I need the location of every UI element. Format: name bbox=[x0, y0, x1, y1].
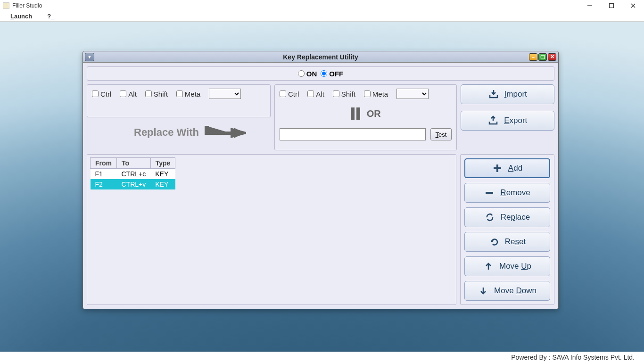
on-off-panel: ON OFF bbox=[87, 66, 554, 81]
refresh-icon bbox=[485, 212, 495, 222]
col-from[interactable]: From bbox=[91, 158, 117, 169]
test-button[interactable]: Test bbox=[430, 128, 452, 140]
to-alt-checkbox[interactable]: Alt bbox=[307, 90, 324, 98]
arrow-right-icon bbox=[204, 123, 246, 142]
radio-on[interactable]: ON bbox=[298, 70, 317, 78]
remove-button[interactable]: Remove bbox=[464, 183, 550, 203]
test-input[interactable] bbox=[280, 128, 426, 140]
replace-with-label: Replace With bbox=[134, 123, 271, 142]
dialog-title: Key Replacement Utility bbox=[83, 53, 558, 61]
replace-button[interactable]: Replace bbox=[464, 207, 550, 227]
col-type[interactable]: Type bbox=[150, 158, 175, 169]
export-button[interactable]: Export bbox=[461, 111, 554, 131]
to-key-select[interactable] bbox=[396, 89, 429, 99]
from-modifiers-panel: Ctrl Alt Shift Meta bbox=[87, 84, 271, 117]
mappings-table[interactable]: From To Type F1CTRL+cKEYF2CTRL+vKEY bbox=[90, 157, 175, 189]
or-separator: OR bbox=[280, 107, 452, 120]
window-title: Filler Studio bbox=[12, 2, 42, 9]
menu-launch[interactable]: Launch bbox=[10, 13, 32, 20]
dialog-maximize-button[interactable]: ▢ bbox=[538, 53, 547, 61]
svg-rect-1 bbox=[610, 4, 614, 8]
from-alt-checkbox[interactable]: Alt bbox=[120, 90, 137, 98]
move-up-button[interactable]: Move Up bbox=[464, 256, 550, 276]
from-shift-checkbox[interactable]: Shift bbox=[145, 90, 168, 98]
reset-button[interactable]: Reset bbox=[464, 232, 550, 252]
to-meta-checkbox[interactable]: Meta bbox=[364, 90, 388, 98]
desktop-area: ▼ Key Replacement Utility – ▢ ✕ ON OFF C… bbox=[0, 22, 644, 352]
status-bar: Powered By : SAVA Info Systems Pvt. Ltd. bbox=[0, 352, 644, 362]
from-key-select[interactable] bbox=[209, 89, 241, 99]
dialog-titlebar[interactable]: ▼ Key Replacement Utility – ▢ ✕ bbox=[83, 51, 558, 63]
export-icon bbox=[488, 115, 498, 126]
minus-icon bbox=[484, 188, 495, 198]
to-ctrl-checkbox[interactable]: Ctrl bbox=[280, 90, 299, 98]
move-down-button[interactable]: Move Down bbox=[464, 281, 550, 301]
arrow-up-icon bbox=[483, 261, 494, 272]
table-row[interactable]: F1CTRL+cKEY bbox=[91, 169, 175, 180]
dialog-minimize-button[interactable]: – bbox=[529, 53, 537, 61]
to-shift-checkbox[interactable]: Shift bbox=[333, 90, 355, 98]
maximize-button[interactable] bbox=[601, 0, 622, 11]
action-buttons-panel: Add Remove Replace Reset bbox=[460, 154, 554, 305]
key-replacement-dialog: ▼ Key Replacement Utility – ▢ ✕ ON OFF C… bbox=[83, 51, 559, 309]
col-to[interactable]: To bbox=[117, 158, 151, 169]
minimize-button[interactable] bbox=[579, 0, 601, 11]
window-titlebar: Filler Studio bbox=[0, 0, 644, 11]
undo-icon bbox=[489, 237, 499, 247]
from-meta-checkbox[interactable]: Meta bbox=[176, 90, 200, 98]
import-button[interactable]: Import bbox=[461, 84, 554, 104]
mappings-panel: From To Type F1CTRL+cKEYF2CTRL+vKEY bbox=[87, 154, 456, 305]
arrow-down-icon bbox=[478, 286, 488, 296]
import-icon bbox=[488, 89, 499, 99]
menubar: Launch ?_ bbox=[0, 11, 644, 22]
pause-icon bbox=[351, 107, 360, 120]
close-button[interactable] bbox=[622, 0, 644, 11]
to-modifiers-panel: Ctrl Alt Shift Meta OR Test bbox=[274, 84, 457, 150]
window-controls bbox=[579, 0, 644, 11]
app-icon bbox=[3, 2, 9, 9]
radio-off[interactable]: OFF bbox=[321, 70, 343, 78]
menu-help[interactable]: ?_ bbox=[47, 13, 54, 20]
from-ctrl-checkbox[interactable]: Ctrl bbox=[92, 90, 111, 98]
dialog-menu-icon[interactable]: ▼ bbox=[85, 53, 94, 61]
dialog-close-button[interactable]: ✕ bbox=[548, 53, 556, 61]
plus-icon bbox=[492, 163, 503, 173]
table-row[interactable]: F2CTRL+vKEY bbox=[91, 179, 175, 189]
add-button[interactable]: Add bbox=[464, 158, 550, 178]
footer-text: Powered By : SAVA Info Systems Pvt. Ltd. bbox=[511, 354, 635, 361]
